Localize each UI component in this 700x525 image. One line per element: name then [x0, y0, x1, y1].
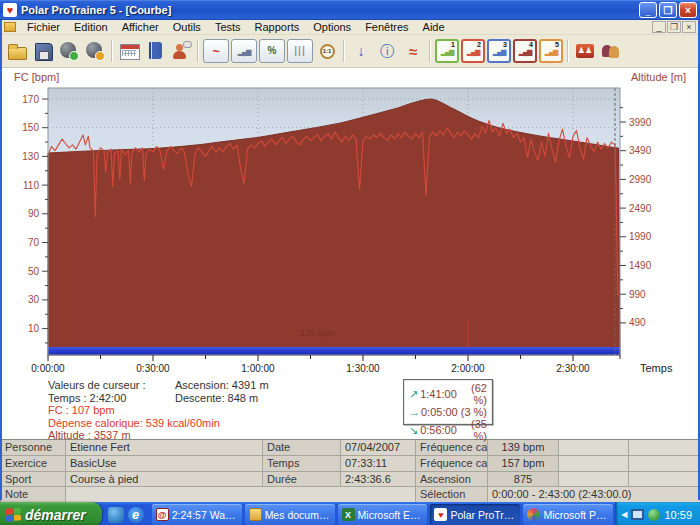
- table-cell: Durée: [263, 472, 341, 488]
- table-cell: BasicUse: [66, 456, 263, 472]
- menu-afficher[interactable]: Afficher: [115, 21, 166, 33]
- tray-clock: 10:59: [664, 509, 692, 521]
- zone-legend-row: ↗1:41:00(62 %): [409, 382, 487, 406]
- menu-outils[interactable]: Outils: [166, 21, 208, 33]
- window-border-left: [0, 20, 2, 500]
- bars-view-button[interactable]: ▂▄▆: [231, 39, 257, 63]
- menu-tests[interactable]: Tests: [208, 21, 248, 33]
- menu-options[interactable]: Options: [306, 21, 358, 33]
- toolbar-separator: [111, 40, 113, 62]
- system-tray: ◀ 10:59: [615, 502, 700, 525]
- close-button[interactable]: ×: [679, 2, 697, 18]
- menu-fenetres[interactable]: Fenêtres: [358, 21, 415, 33]
- summary-table: PersonneEtienne FertDate07/04/2007Fréque…: [0, 439, 700, 502]
- table-cell: 875: [488, 472, 559, 488]
- table-cell: Note: [1, 487, 66, 503]
- table-cell: Sport: [1, 472, 66, 488]
- left-axis-label: 150: [22, 122, 39, 133]
- tray-chevron-icon[interactable]: ◀: [621, 510, 627, 519]
- left-axis-title: FC [bpm]: [14, 71, 59, 83]
- restore-button[interactable]: ❐: [659, 2, 677, 18]
- zone-time: 0:05:00: [421, 406, 461, 418]
- save-icon[interactable]: [31, 39, 55, 63]
- photo-icon: [527, 508, 540, 521]
- curve-view-button[interactable]: ~: [203, 39, 229, 63]
- person-notes-icon[interactable]: [169, 39, 193, 63]
- tray-network-icon[interactable]: [631, 509, 644, 520]
- table-cell: Date: [263, 440, 341, 456]
- child-close-button[interactable]: ×: [682, 21, 696, 33]
- transfer-from-monitor-icon[interactable]: [57, 39, 81, 63]
- cursor-altitude: Altitude : 3537 m: [48, 429, 220, 442]
- transfer-settings-icon[interactable]: [83, 39, 107, 63]
- curves-select-icon[interactable]: ≈: [401, 39, 425, 63]
- windows-flag-icon: [6, 507, 21, 523]
- start-button[interactable]: démarrer: [0, 502, 102, 525]
- calendar-icon[interactable]: [117, 39, 141, 63]
- child-minimize-button[interactable]: _: [652, 21, 666, 33]
- left-axis-label: 90: [28, 208, 40, 219]
- taskbar-button[interactable]: ♥Polar ProTrainer 5...: [430, 504, 520, 525]
- table-cell: 2:43:36.6: [341, 472, 416, 488]
- zoom-1to1-icon[interactable]: 1:1: [315, 39, 339, 63]
- open-exercise-icon[interactable]: [5, 39, 29, 63]
- polar-heart-icon: ♥: [3, 3, 17, 17]
- taskbar-button-label: Mes documents: [265, 509, 331, 521]
- table-cell: [629, 440, 700, 456]
- podium-results-icon[interactable]: ♟♟: [573, 39, 597, 63]
- table-cell: Fréquence cardia: [416, 440, 488, 456]
- child-restore-button[interactable]: ❐: [667, 21, 681, 33]
- chart-preset-2-button[interactable]: ▂▄▆2: [461, 39, 485, 63]
- taskbar-button[interactable]: @2:24:57 Wanadoo: [152, 504, 242, 525]
- toolbar-separator: [567, 40, 569, 62]
- menu-edition[interactable]: Edition: [67, 21, 115, 33]
- table-cell: [559, 440, 629, 456]
- zone-percent-button[interactable]: %: [259, 39, 285, 63]
- table-cell: Temps: [263, 456, 341, 472]
- x-axis-label: 0:00:00: [31, 363, 65, 374]
- selection-info-icon[interactable]: ⓘ: [375, 39, 399, 63]
- taskbar-button[interactable]: Mes documents: [245, 504, 335, 525]
- zone-arrow-icon: ↘: [409, 424, 420, 437]
- minimize-button[interactable]: _: [639, 2, 657, 18]
- table-cell: Ascension: [416, 472, 488, 488]
- taskbar: démarrer e @2:24:57 WanadooMes documents…: [0, 502, 700, 525]
- toolbar: ~▂▄▆%|||1:1↓ⓘ≈▂▄▆1▂▄▆2▂▄▆3▂▄▆4▂▄▆5♟♟: [0, 35, 700, 68]
- zone-legend-row: →0:05:00(3 %): [409, 406, 487, 418]
- menu-bar: FichierEditionAfficherOutilsTestsRapport…: [0, 20, 700, 35]
- chart-svg: 139 bpm170150130110907050301039903490299…: [0, 68, 700, 375]
- table-cell: Personne: [1, 440, 66, 456]
- menu-rapports[interactable]: Rapports: [248, 21, 307, 33]
- zone-arrow-icon: →: [409, 406, 421, 418]
- screen: ♥ Polar ProTrainer 5 - [Courbe] _ ❐ × Fi…: [0, 0, 700, 525]
- laps-view-button[interactable]: |||: [287, 39, 313, 63]
- chart-preset-5-button[interactable]: ▂▄▆5: [539, 39, 563, 63]
- chart-preset-3-button[interactable]: ▂▄▆3: [487, 39, 511, 63]
- chart-preset-4-button[interactable]: ▂▄▆4: [513, 39, 537, 63]
- toolbar-separator: [429, 40, 431, 62]
- avg-hr-label: 139 bpm: [300, 328, 335, 338]
- title-bar: ♥ Polar ProTrainer 5 - [Courbe] _ ❐ ×: [0, 0, 700, 20]
- window-title: Polar ProTrainer 5 - [Courbe]: [21, 4, 639, 16]
- import-curve-icon[interactable]: ↓: [349, 39, 373, 63]
- table-cell: Sélection: [416, 487, 488, 503]
- diary-icon[interactable]: [143, 39, 167, 63]
- taskbar-button[interactable]: Microsoft Photo E...: [523, 504, 613, 525]
- chart-preset-1-button[interactable]: ▂▄▆1: [435, 39, 459, 63]
- total-descente: Descente: 848 m: [175, 392, 269, 405]
- taskbar-button-label: Microsoft Photo E...: [543, 509, 609, 521]
- tray-update-icon[interactable]: [648, 509, 660, 521]
- table-cell: Etienne Fert: [66, 440, 263, 456]
- menu-aide[interactable]: Aide: [416, 21, 452, 33]
- left-axis-label: 110: [23, 180, 39, 191]
- menu-fichier[interactable]: Fichier: [20, 21, 67, 33]
- taskbar-button-label: 2:24:57 Wanadoo: [172, 509, 238, 521]
- total-ascension: Ascension: 4391 m: [175, 379, 269, 392]
- wanadoo-quick-icon[interactable]: [108, 507, 124, 523]
- selection-bar[interactable]: [48, 347, 620, 355]
- taskbar-button[interactable]: XMicrosoft Excel - a...: [338, 504, 428, 525]
- people-compare-icon[interactable]: [599, 39, 623, 63]
- table-cell: [559, 456, 629, 472]
- left-axis-label: 70: [28, 237, 40, 248]
- internet-explorer-icon[interactable]: e: [128, 507, 144, 523]
